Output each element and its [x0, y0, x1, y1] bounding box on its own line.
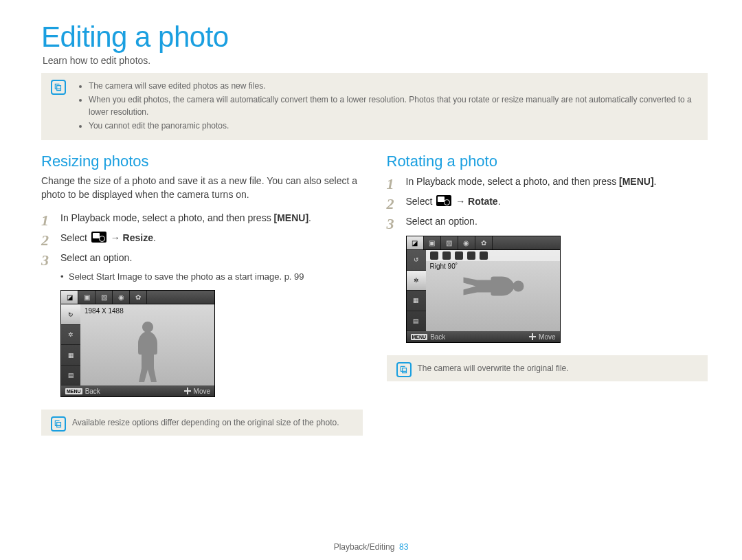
rotate-options-row [426, 250, 560, 261]
edit-menu-icon [436, 195, 451, 206]
note-item: When you edit photos, the camera will au… [89, 93, 698, 118]
menu-badge: MENU [411, 334, 428, 340]
note-icon [51, 416, 66, 432]
side-icon: ↻ [61, 304, 80, 325]
person-silhouette [124, 320, 172, 385]
side-icon: ▦ [61, 345, 80, 366]
screenshot-label: Right 90˚ [430, 262, 458, 270]
step-1: 1 In Playback mode, select a photo, and … [41, 211, 363, 225]
info-note-rotate: The camera will overwrite the original f… [387, 355, 708, 381]
tab-icon: ◉ [113, 291, 130, 304]
camera-screenshot-resize: ◪ ▣ ▧ ◉ ✿ ↻ ✲ ▦ ▤ 1984 X 1488 [60, 290, 215, 397]
menu-target: Resize [123, 232, 153, 243]
step-2: 2 Select → Rotate. [387, 194, 708, 209]
screenshot-label: 1984 X 1488 [85, 307, 124, 315]
rotate-option-icon [467, 251, 475, 260]
section-rotating: Rotating a photo 1 In Playback mode, sel… [387, 153, 708, 448]
note-item: You cannot edit the panoramic photos. [89, 120, 698, 132]
person-silhouette [460, 262, 526, 311]
note-item: The camera will save edited photos as ne… [89, 80, 698, 92]
menu-target: Rotate [468, 196, 498, 207]
side-icon: ✲ [407, 271, 426, 291]
edit-menu-icon [91, 232, 106, 243]
tab-icon: ✿ [475, 236, 493, 249]
page-subtitle: Learn how to edit photos. [43, 55, 708, 66]
section-resizing: Resizing photos Change the size of a pho… [41, 153, 363, 448]
tab-icon: ◉ [458, 236, 475, 249]
page-title: Editing a photo [41, 21, 708, 54]
info-note-top: The camera will save edited photos as ne… [41, 73, 708, 140]
side-icon: ↺ [407, 250, 426, 271]
rotate-option-icon [430, 251, 438, 260]
section-heading: Resizing photos [41, 153, 363, 170]
camera-screenshot-rotate: ◪ ▣ ▧ ◉ ✿ ↺ ✲ ▦ ▤ [406, 236, 561, 343]
rotate-option-icon [442, 251, 451, 260]
note-icon [396, 362, 412, 377]
tab-icon: ✿ [130, 291, 147, 304]
tab-icon: ◪ [61, 291, 78, 304]
section-heading: Rotating a photo [387, 153, 708, 170]
tab-icon: ▣ [424, 236, 441, 249]
step-2: 2 Select → Resize. [41, 231, 363, 245]
menu-button-label: [MENU] [619, 176, 654, 187]
tab-icon: ▣ [78, 291, 95, 304]
rotate-option-icon [455, 251, 463, 260]
side-icon: ▦ [407, 291, 426, 311]
step-number: 3 [41, 249, 49, 271]
menu-button-label: [MENU] [274, 212, 309, 223]
info-note-resize: Available resize options differ dependin… [41, 410, 363, 436]
tab-icon: ◪ [407, 236, 424, 249]
side-icon: ▤ [61, 366, 80, 386]
side-icon: ✲ [61, 325, 80, 346]
tab-icon: ▧ [441, 236, 458, 249]
step-3: 3 Select an option. [41, 251, 363, 265]
move-icon [184, 388, 191, 394]
substep: Select Start Image to save the photo as … [60, 271, 363, 283]
section-desc: Change the size of a photo and save it a… [41, 175, 363, 201]
menu-badge: MENU [65, 388, 82, 394]
note-icon [51, 80, 66, 95]
rotate-option-icon [480, 251, 488, 260]
page-footer: Playback/Editing 83 [0, 542, 742, 552]
step-3: 3 Select an option. [387, 214, 708, 229]
step-number: 3 [387, 212, 394, 235]
move-icon [529, 333, 536, 340]
step-1: 1 In Playback mode, select a photo, and … [387, 175, 708, 189]
tab-icon: ▧ [95, 291, 113, 304]
side-icon: ▤ [407, 311, 426, 332]
